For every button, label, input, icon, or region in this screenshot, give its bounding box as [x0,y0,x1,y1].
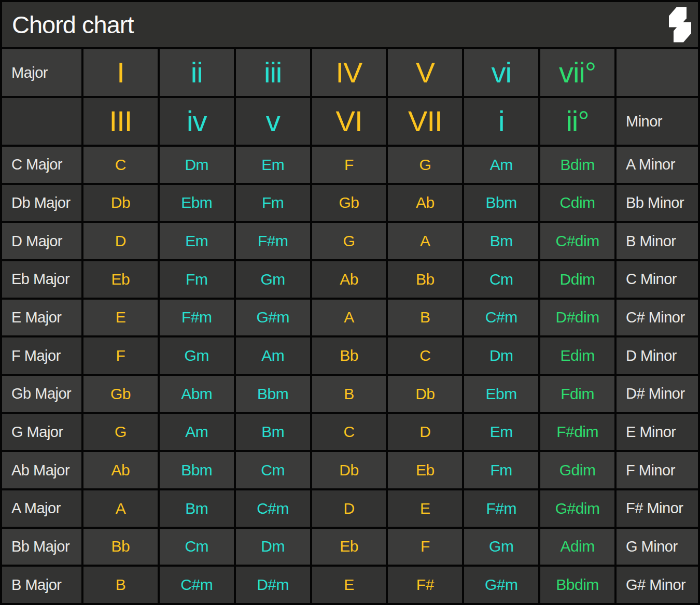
chord-cell: Bbm [464,185,538,221]
degree-v: v [236,98,310,145]
relative-minor-label: C Minor [617,261,698,298]
splice-logo-icon [669,7,692,43]
degree-VI: VI [312,98,386,145]
chord-cell: Gb [83,376,158,412]
chord-cell: Em [160,223,234,259]
chord-cell: Edim [540,337,614,374]
chord-cell: Bbm [160,452,234,488]
chord-cell: G#dim [540,490,614,527]
chord-cell: Cm [236,452,310,488]
key-label: F Major [2,337,81,374]
empty-cell [2,98,81,145]
chord-cell: A [312,300,386,336]
chord-cell: G [83,414,158,451]
degree-ii-dim: ii° [540,98,614,145]
chord-cell: Am [464,147,538,183]
chord-cell: Bdim [540,147,614,183]
chord-cell: Gdim [540,452,614,488]
chord-cell: Adim [540,529,614,565]
chord-cell: D [388,414,462,451]
chord-cell: F#m [464,490,538,527]
chord-cell: D [83,223,158,259]
key-label: E Major [2,300,81,336]
degree-III: III [83,98,158,145]
chord-cell: C#dim [540,223,614,259]
chord-cell: Bm [160,490,234,527]
chord-cell: Gm [464,529,538,565]
chord-cell: Ab [312,261,386,298]
degree-VII: VII [388,98,462,145]
chord-cell: F [388,529,462,565]
chord-cell: F#m [160,300,234,336]
chord-cell: Fm [236,185,310,221]
chord-cell: Ebm [160,185,234,221]
relative-minor-label: B Minor [617,223,698,259]
key-label: C Major [2,147,81,183]
chord-cell: Eb [83,261,158,298]
chord-cell: Fm [160,261,234,298]
chord-cell: Bb [388,261,462,298]
chord-cell: G [388,147,462,183]
chord-cell: F#dim [540,414,614,451]
chord-cell: C#m [160,567,234,603]
chord-cell: Bm [464,223,538,259]
degree-vi: vi [464,49,538,96]
chord-cell: C#m [236,490,310,527]
chord-cell: B [312,376,386,412]
empty-cell [617,49,698,96]
chord-cell: F# [388,567,462,603]
chord-cell: F [312,147,386,183]
degree-I: I [83,49,158,96]
minor-row-label: Minor [617,98,698,145]
chord-cell: B [83,567,158,603]
chord-cell: Cdim [540,185,614,221]
chord-cell: Eb [388,452,462,488]
chord-cell: Fm [464,452,538,488]
chord-cell: G [312,223,386,259]
chord-cell: Bb [312,337,386,374]
chord-cell: B [388,300,462,336]
key-label: A Major [2,490,81,527]
chord-cell: C [83,147,158,183]
chord-cell: Dm [236,529,310,565]
chord-cell: A [388,223,462,259]
chord-cell: Gm [236,261,310,298]
degree-i: i [464,98,538,145]
chord-cell: Abm [160,376,234,412]
chord-cell: D [312,490,386,527]
chord-cell: E [83,300,158,336]
chord-cell: Dm [160,147,234,183]
chord-cell: C#m [464,300,538,336]
key-label: Gb Major [2,376,81,412]
chord-cell: Em [464,414,538,451]
title-bar: Chord chart [2,2,698,47]
degree-iv: iv [160,98,234,145]
chord-cell: F [83,337,158,374]
chord-cell: Bm [236,414,310,451]
relative-minor-label: C# Minor [617,300,698,336]
chord-cell: F#m [236,223,310,259]
chord-cell: Am [160,414,234,451]
chord-cell: Ddim [540,261,614,298]
chord-cell: Ab [388,185,462,221]
relative-minor-label: E Minor [617,414,698,451]
chord-cell: Bb [83,529,158,565]
relative-minor-label: D# Minor [617,376,698,412]
relative-minor-label: D Minor [617,337,698,374]
key-label: B Major [2,567,81,603]
key-label: Bb Major [2,529,81,565]
page-title: Chord chart [12,10,134,39]
chord-cell: Gb [312,185,386,221]
chord-cell: Ab [83,452,158,488]
chord-cell: Fdim [540,376,614,412]
chord-cell: Cm [464,261,538,298]
chord-cell: Am [236,337,310,374]
chord-cell: G#m [464,567,538,603]
major-row-label: Major [2,49,81,96]
chord-cell: D#dim [540,300,614,336]
key-label: D Major [2,223,81,259]
chord-cell: G#m [236,300,310,336]
chord-cell: Db [388,376,462,412]
chord-cell: Db [83,185,158,221]
relative-minor-label: F Minor [617,452,698,488]
